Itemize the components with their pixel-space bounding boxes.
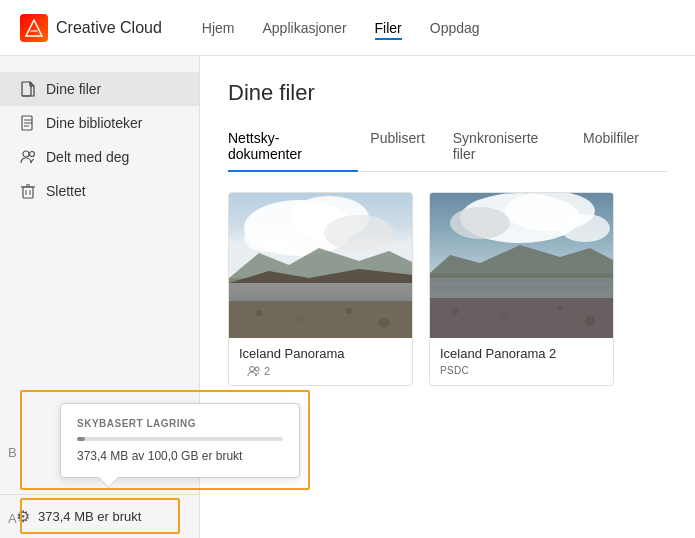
svg-point-19 bbox=[324, 215, 394, 251]
sidebar-label-dine-filer: Dine filer bbox=[46, 81, 101, 97]
storage-tooltip-label: SKYBASERT LAGRING bbox=[77, 418, 283, 429]
file-card-1[interactable]: Iceland Panorama 2 bbox=[228, 192, 413, 386]
sidebar-item-dine-filer[interactable]: Dine filer bbox=[0, 72, 199, 106]
trash-icon bbox=[20, 183, 36, 199]
svg-point-34 bbox=[450, 207, 510, 239]
sidebar: Dine filer Dine biblioteker bbox=[0, 56, 200, 538]
sidebar-footer: ⚙ 373,4 MB er brukt bbox=[0, 494, 199, 538]
svg-point-10 bbox=[30, 152, 35, 157]
sidebar-item-biblioteker[interactable]: Dine biblioteker bbox=[0, 106, 199, 140]
svg-point-39 bbox=[452, 308, 459, 315]
tab-publisert[interactable]: Publisert bbox=[370, 122, 440, 172]
file-thumb-2 bbox=[430, 193, 614, 338]
sub-tabs: Nettsky-dokumenter Publisert Synkroniser… bbox=[228, 122, 667, 172]
tab-synkroniserte[interactable]: Synkroniserte filer bbox=[453, 122, 571, 172]
sidebar-label-biblioteker: Dine biblioteker bbox=[46, 115, 143, 131]
tab-mobil[interactable]: Mobilfiler bbox=[583, 122, 655, 172]
nav-oppdag[interactable]: Oppdag bbox=[430, 16, 480, 40]
file-type-2: PSDC bbox=[440, 365, 469, 376]
top-nav: Creative Cloud Hjem Applikasjoner Filer … bbox=[0, 0, 695, 56]
sidebar-label-slettet: Slettet bbox=[46, 183, 86, 199]
tab-nettsky[interactable]: Nettsky-dokumenter bbox=[228, 122, 358, 172]
svg-rect-11 bbox=[23, 187, 33, 198]
storage-tooltip: SKYBASERT LAGRING 373,4 MB av 100,0 GB e… bbox=[60, 403, 300, 478]
library-icon bbox=[20, 115, 36, 131]
nav-hjem[interactable]: Hjem bbox=[202, 16, 235, 40]
file-thumb-1 bbox=[229, 193, 413, 338]
shared-icon bbox=[20, 149, 36, 165]
gear-icon[interactable]: ⚙ bbox=[16, 507, 30, 526]
svg-point-20 bbox=[244, 224, 294, 252]
file-name-1: Iceland Panorama bbox=[239, 346, 402, 361]
svg-point-28 bbox=[379, 318, 389, 328]
sidebar-item-delt[interactable]: Delt med deg bbox=[0, 140, 199, 174]
file-meta-2: PSDC bbox=[440, 365, 603, 376]
brand-name: Creative Cloud bbox=[56, 19, 162, 37]
svg-point-9 bbox=[23, 151, 29, 157]
file-info-2: Iceland Panorama 2 PSDC bbox=[430, 338, 613, 384]
svg-point-42 bbox=[585, 316, 595, 326]
brand: Creative Cloud bbox=[20, 14, 162, 42]
svg-point-35 bbox=[560, 214, 610, 242]
svg-point-30 bbox=[255, 367, 259, 371]
page-title: Dine filer bbox=[228, 80, 667, 106]
collaborator-count-1: 2 bbox=[264, 365, 270, 377]
sidebar-item-slettet[interactable]: Slettet bbox=[0, 174, 199, 208]
nav-applikasjoner[interactable]: Applikasjoner bbox=[263, 16, 347, 40]
svg-point-26 bbox=[295, 314, 303, 322]
file-info-1: Iceland Panorama 2 bbox=[229, 338, 412, 385]
label-a: A bbox=[8, 511, 17, 526]
sidebar-label-delt: Delt med deg bbox=[46, 149, 129, 165]
storage-bar-background bbox=[77, 437, 283, 441]
file-name-2: Iceland Panorama 2 bbox=[440, 346, 603, 361]
svg-point-40 bbox=[501, 311, 509, 319]
file-grid: Iceland Panorama 2 bbox=[228, 192, 667, 386]
storage-used-text: 373,4 MB er brukt bbox=[38, 509, 141, 524]
storage-bar-fill bbox=[77, 437, 85, 441]
label-b: B bbox=[8, 445, 17, 460]
nav-filer[interactable]: Filer bbox=[375, 16, 402, 40]
main-layout: Dine filer Dine biblioteker bbox=[0, 56, 695, 538]
storage-tooltip-text: 373,4 MB av 100,0 GB er brukt bbox=[77, 449, 283, 463]
svg-marker-0 bbox=[26, 20, 42, 36]
svg-point-29 bbox=[250, 366, 255, 371]
file-icon bbox=[20, 81, 36, 97]
svg-point-25 bbox=[256, 310, 262, 316]
adobe-logo bbox=[20, 14, 48, 42]
file-meta-1: 2 bbox=[239, 365, 402, 377]
svg-point-27 bbox=[346, 308, 352, 314]
file-card-2[interactable]: Iceland Panorama 2 PSDC bbox=[429, 192, 614, 386]
collaborators-1: 2 bbox=[247, 365, 270, 377]
svg-point-41 bbox=[557, 305, 563, 311]
